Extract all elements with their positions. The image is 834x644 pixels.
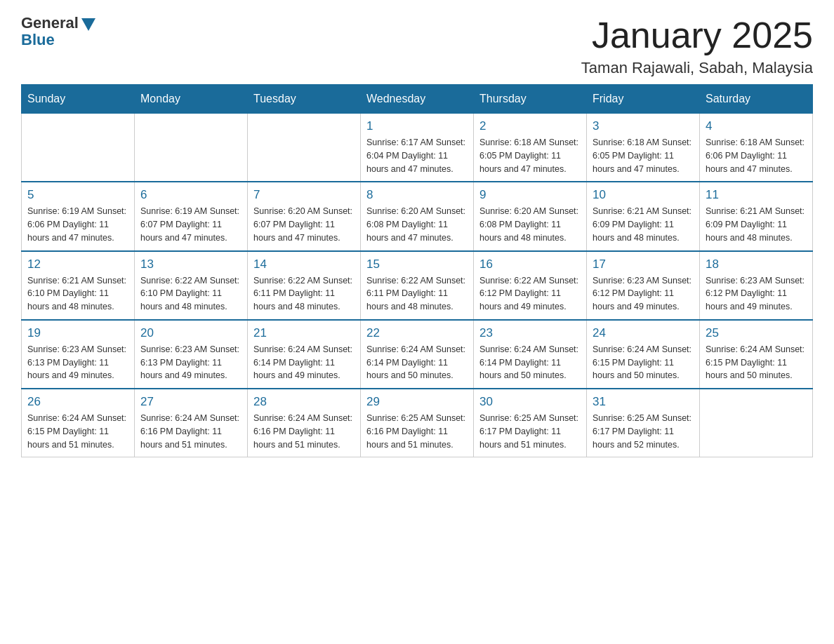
weekday-header-wednesday: Wednesday (361, 85, 474, 113)
calendar-cell: 4Sunrise: 6:18 AM Sunset: 6:06 PM Daylig… (700, 113, 813, 182)
month-title: January 2025 (581, 14, 813, 56)
day-info: Sunrise: 6:23 AM Sunset: 6:13 PM Dayligh… (27, 343, 128, 382)
weekday-header-tuesday: Tuesday (248, 85, 361, 113)
day-number: 3 (593, 119, 694, 133)
calendar-cell: 2Sunrise: 6:18 AM Sunset: 6:05 PM Daylig… (474, 113, 587, 182)
calendar-week-row: 1Sunrise: 6:17 AM Sunset: 6:04 PM Daylig… (22, 113, 813, 182)
calendar-cell: 10Sunrise: 6:21 AM Sunset: 6:09 PM Dayli… (587, 182, 700, 250)
day-info: Sunrise: 6:20 AM Sunset: 6:07 PM Dayligh… (253, 205, 355, 244)
day-number: 9 (479, 188, 581, 202)
calendar-cell: 30Sunrise: 6:25 AM Sunset: 6:17 PM Dayli… (474, 389, 587, 457)
calendar-cell: 26Sunrise: 6:24 AM Sunset: 6:15 PM Dayli… (22, 389, 135, 457)
weekday-header-sunday: Sunday (22, 85, 135, 113)
calendar-cell: 27Sunrise: 6:24 AM Sunset: 6:16 PM Dayli… (135, 389, 248, 457)
calendar-cell: 5Sunrise: 6:19 AM Sunset: 6:06 PM Daylig… (22, 182, 135, 250)
calendar-cell: 24Sunrise: 6:24 AM Sunset: 6:15 PM Dayli… (587, 320, 700, 389)
calendar-cell: 21Sunrise: 6:24 AM Sunset: 6:14 PM Dayli… (248, 320, 361, 389)
day-info: Sunrise: 6:25 AM Sunset: 6:16 PM Dayligh… (366, 412, 468, 451)
calendar-cell: 1Sunrise: 6:17 AM Sunset: 6:04 PM Daylig… (361, 113, 474, 182)
calendar-cell: 25Sunrise: 6:24 AM Sunset: 6:15 PM Dayli… (700, 320, 813, 389)
calendar-cell: 23Sunrise: 6:24 AM Sunset: 6:14 PM Dayli… (474, 320, 587, 389)
weekday-header-friday: Friday (587, 85, 700, 113)
day-number: 18 (706, 257, 807, 271)
calendar-cell (135, 113, 248, 182)
weekday-header-monday: Monday (135, 85, 248, 113)
day-number: 26 (27, 395, 128, 409)
day-number: 15 (366, 257, 468, 271)
day-number: 4 (706, 119, 807, 133)
calendar-table: SundayMondayTuesdayWednesdayThursdayFrid… (21, 84, 813, 457)
day-number: 17 (593, 257, 694, 271)
day-number: 7 (253, 188, 355, 202)
calendar-cell: 31Sunrise: 6:25 AM Sunset: 6:17 PM Dayli… (587, 389, 700, 457)
calendar-week-row: 5Sunrise: 6:19 AM Sunset: 6:06 PM Daylig… (22, 182, 813, 250)
calendar-cell: 20Sunrise: 6:23 AM Sunset: 6:13 PM Dayli… (135, 320, 248, 389)
day-number: 22 (366, 326, 468, 340)
calendar-week-row: 12Sunrise: 6:21 AM Sunset: 6:10 PM Dayli… (22, 251, 813, 320)
day-number: 27 (140, 395, 241, 409)
day-number: 6 (140, 188, 241, 202)
day-info: Sunrise: 6:22 AM Sunset: 6:10 PM Dayligh… (140, 274, 241, 314)
day-number: 11 (706, 188, 807, 202)
day-info: Sunrise: 6:20 AM Sunset: 6:08 PM Dayligh… (479, 205, 581, 244)
calendar-cell: 19Sunrise: 6:23 AM Sunset: 6:13 PM Dayli… (22, 320, 135, 389)
day-number: 25 (706, 326, 807, 340)
calendar-cell: 22Sunrise: 6:24 AM Sunset: 6:14 PM Dayli… (361, 320, 474, 389)
day-info: Sunrise: 6:20 AM Sunset: 6:08 PM Dayligh… (366, 205, 468, 244)
day-info: Sunrise: 6:21 AM Sunset: 6:10 PM Dayligh… (27, 274, 128, 314)
logo: General Blue (21, 14, 95, 49)
calendar-cell: 17Sunrise: 6:23 AM Sunset: 6:12 PM Dayli… (587, 251, 700, 320)
calendar-cell: 16Sunrise: 6:22 AM Sunset: 6:12 PM Dayli… (474, 251, 587, 320)
calendar-cell: 29Sunrise: 6:25 AM Sunset: 6:16 PM Dayli… (361, 389, 474, 457)
day-number: 5 (27, 188, 128, 202)
calendar-week-row: 26Sunrise: 6:24 AM Sunset: 6:15 PM Dayli… (22, 389, 813, 457)
day-info: Sunrise: 6:23 AM Sunset: 6:13 PM Dayligh… (140, 343, 241, 382)
calendar-cell: 13Sunrise: 6:22 AM Sunset: 6:10 PM Dayli… (135, 251, 248, 320)
day-number: 16 (479, 257, 581, 271)
day-number: 20 (140, 326, 241, 340)
day-info: Sunrise: 6:18 AM Sunset: 6:06 PM Dayligh… (706, 136, 807, 175)
day-info: Sunrise: 6:24 AM Sunset: 6:14 PM Dayligh… (479, 343, 581, 382)
day-info: Sunrise: 6:19 AM Sunset: 6:06 PM Dayligh… (27, 205, 128, 244)
calendar-cell: 18Sunrise: 6:23 AM Sunset: 6:12 PM Dayli… (700, 251, 813, 320)
logo-general-text: General (21, 14, 79, 32)
day-info: Sunrise: 6:21 AM Sunset: 6:09 PM Dayligh… (593, 205, 694, 244)
day-number: 13 (140, 257, 241, 271)
day-info: Sunrise: 6:21 AM Sunset: 6:09 PM Dayligh… (706, 205, 807, 244)
calendar-cell: 7Sunrise: 6:20 AM Sunset: 6:07 PM Daylig… (248, 182, 361, 250)
calendar-cell: 3Sunrise: 6:18 AM Sunset: 6:05 PM Daylig… (587, 113, 700, 182)
day-info: Sunrise: 6:25 AM Sunset: 6:17 PM Dayligh… (593, 412, 694, 451)
calendar-cell: 14Sunrise: 6:22 AM Sunset: 6:11 PM Dayli… (248, 251, 361, 320)
calendar-week-row: 19Sunrise: 6:23 AM Sunset: 6:13 PM Dayli… (22, 320, 813, 389)
calendar-cell: 11Sunrise: 6:21 AM Sunset: 6:09 PM Dayli… (700, 182, 813, 250)
day-number: 28 (253, 395, 355, 409)
day-number: 31 (593, 395, 694, 409)
day-number: 2 (479, 119, 581, 133)
day-info: Sunrise: 6:22 AM Sunset: 6:12 PM Dayligh… (479, 274, 581, 314)
calendar-cell: 12Sunrise: 6:21 AM Sunset: 6:10 PM Dayli… (22, 251, 135, 320)
day-number: 29 (366, 395, 468, 409)
day-number: 23 (479, 326, 581, 340)
day-number: 1 (366, 119, 468, 133)
day-info: Sunrise: 6:22 AM Sunset: 6:11 PM Dayligh… (253, 274, 355, 314)
weekday-header-saturday: Saturday (700, 85, 813, 113)
day-number: 8 (366, 188, 468, 202)
page-header: General Blue January 2025 Taman Rajawali… (21, 14, 813, 77)
day-number: 30 (479, 395, 581, 409)
day-info: Sunrise: 6:24 AM Sunset: 6:15 PM Dayligh… (706, 343, 807, 382)
calendar-cell: 8Sunrise: 6:20 AM Sunset: 6:08 PM Daylig… (361, 182, 474, 250)
calendar-header-row: SundayMondayTuesdayWednesdayThursdayFrid… (22, 85, 813, 113)
location-title: Taman Rajawali, Sabah, Malaysia (581, 59, 813, 77)
calendar-cell (700, 389, 813, 457)
calendar-cell: 9Sunrise: 6:20 AM Sunset: 6:08 PM Daylig… (474, 182, 587, 250)
day-info: Sunrise: 6:24 AM Sunset: 6:14 PM Dayligh… (253, 343, 355, 382)
title-area: January 2025 Taman Rajawali, Sabah, Mala… (581, 14, 813, 77)
logo-blue-text: Blue (21, 31, 55, 49)
day-number: 12 (27, 257, 128, 271)
weekday-header-thursday: Thursday (474, 85, 587, 113)
day-info: Sunrise: 6:24 AM Sunset: 6:15 PM Dayligh… (593, 343, 694, 382)
logo-triangle-icon (81, 18, 95, 31)
day-info: Sunrise: 6:17 AM Sunset: 6:04 PM Dayligh… (366, 136, 468, 175)
calendar-cell: 15Sunrise: 6:22 AM Sunset: 6:11 PM Dayli… (361, 251, 474, 320)
day-info: Sunrise: 6:18 AM Sunset: 6:05 PM Dayligh… (593, 136, 694, 175)
